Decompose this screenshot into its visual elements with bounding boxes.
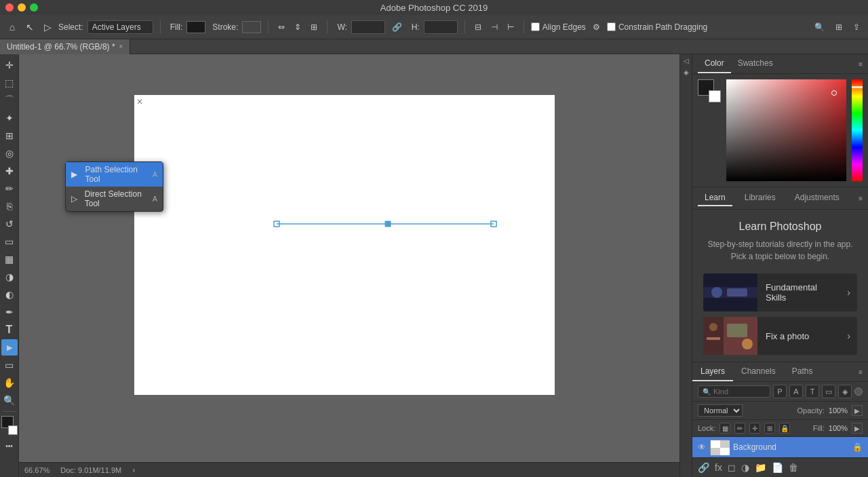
add-mask-btn[interactable]: ◻ <box>728 462 736 473</box>
active-layers-select[interactable]: Active Layers <box>87 20 153 34</box>
tab-swatches[interactable]: Swatches <box>731 54 780 73</box>
lasso-tool[interactable]: ⌒ <box>1 92 18 109</box>
color-hue-bar[interactable] <box>852 79 863 181</box>
home-icon[interactable]: ⌂ <box>5 20 19 34</box>
blend-mode-select[interactable]: Normal <box>698 404 743 417</box>
opacity-stepper[interactable]: ▶ <box>852 405 863 416</box>
delete-layer-btn[interactable]: 🗑 <box>789 462 798 473</box>
learn-card-fix-photo[interactable]: Fix a photo › <box>703 317 857 355</box>
zoom-tool[interactable]: 🔍 <box>1 392 18 408</box>
layers-filter-smart[interactable]: ◈ <box>838 385 852 398</box>
path-select-icon[interactable]: ▷ <box>41 20 54 34</box>
eyedropper-tool[interactable]: ◎ <box>1 145 18 161</box>
blur-tool[interactable]: ◑ <box>1 269 18 285</box>
arrange-icon[interactable]: ⊞ <box>308 21 320 33</box>
link-wh-icon[interactable]: 🔗 <box>389 21 405 33</box>
layer-styles-btn[interactable]: fx <box>715 462 722 473</box>
tab-layers[interactable]: Layers <box>692 362 733 381</box>
layers-filter-text[interactable]: T <box>806 385 819 398</box>
hue-cursor <box>852 86 863 88</box>
layers-search-input[interactable] <box>713 387 754 396</box>
layer-item-background[interactable]: 👁 Background 🔒 <box>692 437 868 457</box>
lock-position-btn[interactable]: ✛ <box>749 423 760 434</box>
panel-strip-icon-1[interactable]: ◁ <box>682 57 690 64</box>
align-icon[interactable]: ⇔ <box>275 21 288 33</box>
tab-learn[interactable]: Learn <box>698 190 732 206</box>
lock-image-btn[interactable]: ✏ <box>734 423 745 434</box>
eraser-tool[interactable]: ▭ <box>1 233 18 250</box>
path-select-shortcut: A <box>153 170 157 178</box>
heal-tool[interactable]: ✚ <box>1 163 18 179</box>
layer-visibility-icon[interactable]: 👁 <box>698 442 706 452</box>
crop-tool[interactable]: ⊞ <box>1 128 18 144</box>
svg-rect-9 <box>703 317 724 355</box>
layers-filter-shape[interactable]: ▭ <box>822 385 835 398</box>
settings-icon[interactable]: ⚙ <box>590 21 603 33</box>
hand-tool[interactable]: ✋ <box>1 375 18 391</box>
layers-filter-type[interactable]: P <box>773 385 787 398</box>
fill-stepper[interactable]: ▶ <box>852 423 863 434</box>
tab-adjustments[interactable]: Adjustments <box>788 190 846 206</box>
new-layer-btn[interactable]: 📄 <box>772 462 783 473</box>
doc-tab-close[interactable]: × <box>119 43 123 50</box>
move-tool[interactable]: ✛ <box>1 57 18 73</box>
lock-all-btn[interactable]: 🔒 <box>779 423 790 434</box>
minimize-button[interactable] <box>18 3 26 12</box>
context-menu-item-direct-selection[interactable]: ▷ Direct Selection Tool A <box>66 187 163 211</box>
align-left-icon[interactable]: ⊣ <box>488 21 500 33</box>
status-arrow[interactable]: › <box>132 465 135 475</box>
layers-filter-adjust[interactable]: A <box>789 385 803 398</box>
clone-tool[interactable]: ⎘ <box>1 198 18 214</box>
tab-channels[interactable]: Channels <box>733 362 784 381</box>
h-label: H: <box>412 22 420 32</box>
doc-tab[interactable]: Untitled-1 @ 66.7% (RGB/8) * × <box>0 39 130 54</box>
align-edges-checkbox[interactable] <box>531 22 540 31</box>
panel-strip-icon-2[interactable]: ◈ <box>684 69 689 76</box>
color-panel-collapse[interactable]: ≡ <box>859 60 863 68</box>
color-gradient-picker[interactable] <box>726 79 846 181</box>
gradient-tool[interactable]: ▦ <box>1 251 18 267</box>
fix-photo-thumb-svg <box>703 317 757 355</box>
tab-libraries[interactable]: Libraries <box>738 190 783 206</box>
constrain-path-checkbox[interactable] <box>607 22 616 31</box>
brush-tool[interactable]: ✏ <box>1 180 18 197</box>
layer-lock-icon[interactable]: 🔒 <box>852 442 863 452</box>
stroke-color-box[interactable] <box>242 21 261 33</box>
search-icon[interactable]: 🔍 <box>812 21 827 33</box>
distribute-icon[interactable]: ⇕ <box>292 21 304 33</box>
lock-transparent-btn[interactable]: ▦ <box>719 423 730 434</box>
workspace-icon[interactable]: ⊞ <box>833 21 845 33</box>
transform-icon[interactable]: ⊟ <box>472 21 484 33</box>
height-input[interactable] <box>424 20 458 34</box>
dodge-tool[interactable]: ◐ <box>1 286 18 303</box>
link-layers-btn[interactable]: 🔗 <box>698 462 709 473</box>
bg-swatch[interactable] <box>709 90 721 102</box>
learn-card-fundamental[interactable]: Fundamental Skills › <box>703 273 857 311</box>
share-icon[interactable]: ⇪ <box>850 21 863 33</box>
context-menu-item-path-selection[interactable]: ▶ Path Selection Tool A <box>66 162 163 187</box>
layers-filter-toggle[interactable] <box>854 387 863 396</box>
magic-wand-tool[interactable]: ✦ <box>1 110 18 126</box>
pointer-tool-icon[interactable]: ↖ <box>23 20 37 34</box>
path-select-tool[interactable]: ▶ <box>1 339 18 356</box>
new-group-btn[interactable]: 📁 <box>755 462 766 473</box>
maximize-button[interactable] <box>30 3 38 12</box>
new-fill-btn[interactable]: ◑ <box>741 462 749 473</box>
learn-panel-collapse[interactable]: ≡ <box>859 195 863 202</box>
layers-collapse[interactable]: ≡ <box>859 368 868 376</box>
close-button[interactable] <box>5 3 14 12</box>
fill-color-box[interactable] <box>186 21 205 33</box>
selection-tool[interactable]: ⬚ <box>1 75 18 91</box>
history-brush-tool[interactable]: ↺ <box>1 216 18 232</box>
active-layers-dropdown[interactable]: Active Layers <box>87 20 153 34</box>
tab-color[interactable]: Color <box>698 54 731 73</box>
more-tools[interactable]: ••• <box>1 438 18 454</box>
shape-tool[interactable]: ▭ <box>1 357 18 373</box>
width-input[interactable] <box>351 20 385 34</box>
text-tool[interactable]: T <box>1 322 18 338</box>
align-right-icon[interactable]: ⊢ <box>505 21 517 33</box>
tab-paths[interactable]: Paths <box>784 362 821 381</box>
pen-tool[interactable]: ✒ <box>1 304 18 320</box>
lock-artboard-btn[interactable]: ⊞ <box>764 423 775 434</box>
background-color[interactable] <box>8 425 18 435</box>
